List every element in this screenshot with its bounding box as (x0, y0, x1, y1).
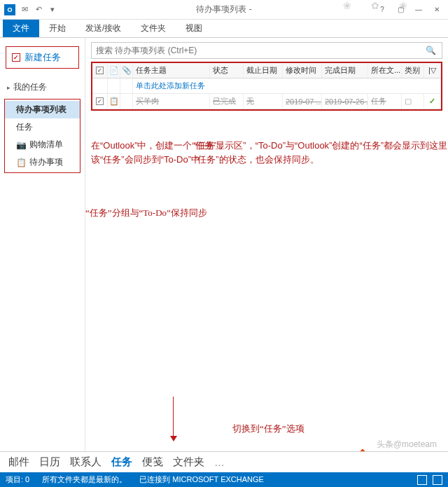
close-button[interactable]: ✕ (428, 3, 445, 17)
tab-view[interactable]: 视图 (176, 20, 212, 37)
col-attachment[interactable]: 📎 (120, 63, 133, 78)
help-button[interactable]: ? (374, 3, 391, 17)
col-flag[interactable]: |▽ (424, 63, 441, 78)
window-title: 待办事项列表 - (196, 4, 251, 15)
view-normal-icon[interactable] (417, 475, 427, 485)
new-task-button[interactable]: ✓ 新建任务 (6, 46, 79, 69)
annotation-create-task: 在“Outlook”中，创建一个“任务”， 该“任务”会同步到“To-Do”中 (91, 139, 301, 166)
search-input[interactable] (92, 46, 420, 55)
camera-icon: 📷 (16, 140, 27, 150)
status-item-count: 项目: 0 (6, 474, 29, 485)
table-row[interactable]: ✓ 📋 买羊肉 已完成 无 2019-07 ... 2019-07-26 ...… (92, 94, 441, 109)
sidebar-group-my-tasks[interactable]: ▸ 我的任务 (4, 78, 80, 96)
col-category[interactable]: 类别 (402, 63, 424, 78)
sidebar-item-shopping[interactable]: 📷 购物清单 (5, 136, 80, 153)
tab-send-receive[interactable]: 发送/接收 (76, 20, 131, 37)
col-due-date[interactable]: 截止日期 (244, 63, 283, 78)
module-notes[interactable]: 便笺 (142, 455, 163, 469)
ribbon-display-button[interactable]: ▢ (392, 3, 409, 17)
row-status: 已完成 (210, 94, 244, 109)
task-icon: 📋 (108, 94, 120, 109)
status-folders-current: 所有文件夹都是最新的。 (42, 474, 127, 485)
sidebar-item-todo[interactable]: 📋 待办事项 (5, 153, 80, 171)
module-tasks[interactable]: 任务 (111, 455, 132, 469)
tab-home[interactable]: 开始 (39, 20, 76, 37)
watermark-text: 头条@moeteam (377, 439, 437, 451)
task-table: ✓ 📄 📎 任务主题 状态 截止日期 修改时间 完成日期 所在文... 类别 |… (91, 62, 442, 111)
status-connected: 已连接到 MICROSOFT EXCHANGE (139, 474, 264, 485)
row-folder: 任务 (368, 94, 402, 109)
outlook-icon: O (4, 4, 15, 15)
module-calendar[interactable]: 日历 (39, 455, 60, 469)
annotation-arrow-head (170, 436, 177, 441)
main-pane: 🔍 ✓ 📄 📎 任务主题 状态 截止日期 修改时间 完成日期 所在文... 类别… (85, 38, 448, 451)
col-subject[interactable]: 任务主题 (133, 63, 210, 78)
view-reading-icon[interactable] (433, 475, 442, 485)
content-area: ✓ 新建任务 ▸ 我的任务 待办事项列表 任务 📷 购物清单 📋 待办事项 (0, 38, 448, 451)
row-flag-done[interactable]: ✓ (424, 94, 441, 109)
new-task-label: 新建任务 (24, 51, 61, 64)
search-icon[interactable]: 🔍 (420, 46, 442, 55)
sidebar-group-label: 我的任务 (13, 81, 47, 93)
annotation-arrow-stem (173, 397, 174, 437)
sidebar: ✓ 新建任务 ▸ 我的任务 待办事项列表 任务 📷 购物清单 📋 待办事项 (0, 38, 85, 451)
col-icon[interactable]: 📄 (108, 63, 120, 78)
sidebar-item-tasks[interactable]: 任务 (5, 118, 80, 136)
add-task-placeholder: 单击此处添加新任务 (133, 78, 441, 93)
chevron-down-icon: ▸ (7, 84, 10, 91)
clipboard-icon: 📋 (16, 158, 27, 167)
row-due: 无 (244, 94, 283, 109)
row-category: ▢ (402, 94, 424, 109)
row-attachment (120, 94, 133, 109)
sidebar-item-todo-list[interactable]: 待办事项列表 (5, 101, 80, 118)
module-bar: 邮件 日历 联系人 任务 便笺 文件夹 … (0, 451, 448, 472)
col-checkbox[interactable]: ✓ (92, 63, 108, 78)
sidebar-item-label: 待办事项 (29, 156, 63, 168)
tab-file[interactable]: 文件 (3, 20, 39, 37)
status-bar: 项目: 0 所有文件夹都是最新的。 已连接到 MICROSOFT EXCHANG… (0, 472, 448, 487)
module-mail[interactable]: 邮件 (8, 455, 29, 469)
col-status[interactable]: 状态 (210, 63, 244, 78)
sidebar-item-label: 购物清单 (29, 139, 63, 151)
tab-folder[interactable]: 文件夹 (131, 20, 176, 37)
table-header-row: ✓ 📄 📎 任务主题 状态 截止日期 修改时间 完成日期 所在文... 类别 |… (92, 63, 441, 78)
sidebar-item-label: 待办事项列表 (16, 104, 66, 116)
row-subject: 买羊肉 (133, 94, 210, 109)
qat-customize-icon[interactable]: ▾ (48, 5, 57, 15)
new-task-icon: ✓ (12, 53, 20, 62)
module-contacts[interactable]: 联系人 (70, 455, 102, 469)
module-folders[interactable]: 文件夹 (173, 455, 204, 469)
row-completed: 2019-07-26 ... (322, 94, 368, 109)
ribbon-tabs: 文件 开始 发送/接收 文件夹 视图 (0, 20, 448, 38)
row-checkbox[interactable]: ✓ (92, 94, 108, 109)
col-completed[interactable]: 完成日期 (322, 63, 368, 78)
col-folder[interactable]: 所在文... (368, 63, 402, 78)
add-task-row[interactable]: 单击此处添加新任务 (92, 78, 441, 94)
minimize-button[interactable]: — (410, 3, 427, 17)
qat-undo-icon[interactable]: ↶ (34, 5, 43, 15)
annotation-sync-groups: “任务”分组与“To-Do”保持同步 (85, 206, 281, 220)
module-more[interactable]: … (214, 456, 225, 468)
col-modified[interactable]: 修改时间 (283, 63, 322, 78)
qat-send-receive-icon[interactable]: ✉ (20, 5, 29, 15)
titlebar: O ✉ ↶ ▾ 待办事项列表 - ? ▢ — ✕ (0, 0, 448, 20)
annotation-switch-tasks: 切换到“任务”选项 (232, 422, 358, 436)
sidebar-item-label: 任务 (16, 121, 33, 133)
sidebar-group-box: 待办事项列表 任务 📷 购物清单 📋 待办事项 (4, 99, 80, 173)
search-bar[interactable]: 🔍 (91, 42, 442, 59)
row-modified: 2019-07 ... (283, 94, 322, 109)
